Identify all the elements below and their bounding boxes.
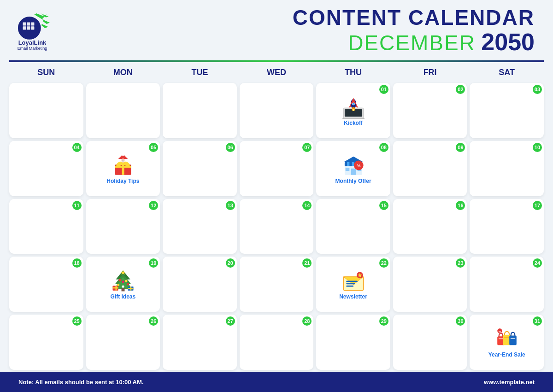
cell-15: 15 xyxy=(316,199,390,254)
svg-point-53 xyxy=(125,280,127,282)
day-mon: MON xyxy=(86,66,160,79)
month-year-line: DECEMBER 2050 xyxy=(293,28,535,56)
svg-rect-42 xyxy=(351,168,355,175)
cell-31: 31 % xyxy=(470,315,544,370)
cell-number-21: 21 xyxy=(302,258,312,268)
day-fri: FRI xyxy=(393,66,467,79)
cell-08: 08 xyxy=(316,141,390,196)
monthly-offer-icon: % xyxy=(341,153,365,177)
cell-19: 19 xyxy=(86,257,160,312)
cell-25: 25 xyxy=(9,315,83,370)
cell-number-13: 13 xyxy=(226,201,235,210)
day-sat: SAT xyxy=(470,66,544,79)
cell-number-08: 08 xyxy=(379,143,388,152)
logo-sub: Email Marketing xyxy=(18,46,47,51)
cell-number-04: 04 xyxy=(72,143,82,152)
cell-number-30: 30 xyxy=(456,316,465,326)
cell-label-05: Holiday Tips xyxy=(106,178,139,184)
cell-number-14: 14 xyxy=(302,201,312,210)
day-tue: TUE xyxy=(163,66,237,79)
cell-number-02: 02 xyxy=(456,85,465,94)
cell-16: 16 xyxy=(393,199,467,254)
cell-24: 24 xyxy=(470,257,544,312)
svg-point-33 xyxy=(122,159,123,160)
cell-27: 27 xyxy=(163,315,237,370)
logo-area: LoyalLink Email Marketing xyxy=(14,12,51,51)
svg-rect-6 xyxy=(27,26,30,29)
svg-point-31 xyxy=(122,153,124,156)
svg-rect-69 xyxy=(346,286,353,287)
month-label: DECEMBER xyxy=(348,31,476,55)
cell-number-19: 19 xyxy=(149,258,158,268)
cell-empty-2 xyxy=(86,83,160,138)
cell-12: 12 xyxy=(86,199,160,254)
svg-point-28 xyxy=(121,162,124,165)
cell-30: 30 xyxy=(393,315,467,370)
gift-ideas-icon xyxy=(111,269,135,293)
header: LoyalLink Email Marketing CONTENT CALEND… xyxy=(0,0,553,60)
svg-point-21 xyxy=(352,109,354,111)
logo-icon xyxy=(14,12,51,40)
newsletter-icon xyxy=(341,269,365,293)
cell-empty-1 xyxy=(9,83,83,138)
cell-number-20: 20 xyxy=(226,258,235,268)
year-end-sale-icon: % xyxy=(495,327,519,351)
cell-22: 22 Newsletter xyxy=(316,257,390,312)
cell-label-22: Newsletter xyxy=(339,293,367,300)
year-label: 2050 xyxy=(481,29,535,55)
cell-content-05: Holiday Tips xyxy=(106,153,139,184)
cell-number-05: 05 xyxy=(149,143,158,152)
cell-11: 11 xyxy=(9,199,83,254)
cell-18: 18 xyxy=(9,257,83,312)
calendar-grid: 01 xyxy=(0,81,553,372)
cell-01: 01 xyxy=(316,83,390,138)
cell-number-23: 23 xyxy=(456,258,465,268)
svg-text:%: % xyxy=(357,163,361,168)
cell-label-19: Gift Ideas xyxy=(111,293,136,300)
calendar-title: CONTENT CALENDAR xyxy=(293,7,535,28)
cell-21: 21 xyxy=(240,257,314,312)
footer: Note: All emails should be sent at 10:00… xyxy=(0,372,553,392)
svg-point-57 xyxy=(122,286,124,288)
cell-03: 03 xyxy=(470,83,544,138)
svg-point-52 xyxy=(118,279,121,281)
svg-point-34 xyxy=(124,159,124,160)
svg-marker-10 xyxy=(41,24,48,28)
svg-rect-3 xyxy=(23,22,26,25)
cell-28: 28 xyxy=(240,315,314,370)
svg-rect-76 xyxy=(509,336,517,345)
svg-rect-73 xyxy=(498,339,503,339)
svg-point-56 xyxy=(127,283,129,285)
cell-number-16: 16 xyxy=(456,201,465,210)
day-wed: WED xyxy=(240,66,314,79)
cell-number-24: 24 xyxy=(533,258,542,268)
cell-number-25: 25 xyxy=(72,316,82,326)
cell-content-19: Gift Ideas xyxy=(111,269,136,300)
cell-number-09: 09 xyxy=(456,143,465,152)
cell-number-11: 11 xyxy=(72,201,82,210)
cell-02: 02 xyxy=(393,83,467,138)
cell-number-27: 27 xyxy=(226,316,235,326)
cell-number-26: 26 xyxy=(149,316,158,326)
cell-content-31: % Year-End Sale xyxy=(488,327,525,358)
svg-rect-67 xyxy=(346,281,357,282)
cell-number-28: 28 xyxy=(302,316,312,326)
cell-empty-4 xyxy=(240,83,314,138)
svg-rect-13 xyxy=(342,118,365,119)
svg-rect-75 xyxy=(504,337,510,338)
cell-07: 07 xyxy=(240,141,314,196)
svg-rect-61 xyxy=(112,287,118,289)
svg-rect-77 xyxy=(510,338,515,339)
cell-number-12: 12 xyxy=(149,201,158,210)
cell-label-31: Year-End Sale xyxy=(488,351,525,358)
cell-09: 09 xyxy=(393,141,467,196)
day-headers: SUN MON TUE WED THU FRI SAT xyxy=(0,62,553,81)
day-thu: THU xyxy=(316,66,390,79)
cell-29: 29 xyxy=(316,315,390,370)
svg-point-54 xyxy=(122,281,124,283)
logo-name: LoyalLink xyxy=(18,40,47,46)
cell-17: 17 xyxy=(470,199,544,254)
cell-number-01: 01 xyxy=(379,85,388,94)
cell-content-01: Kickoff xyxy=(341,95,365,126)
title-area: CONTENT CALENDAR DECEMBER 2050 xyxy=(293,7,535,56)
